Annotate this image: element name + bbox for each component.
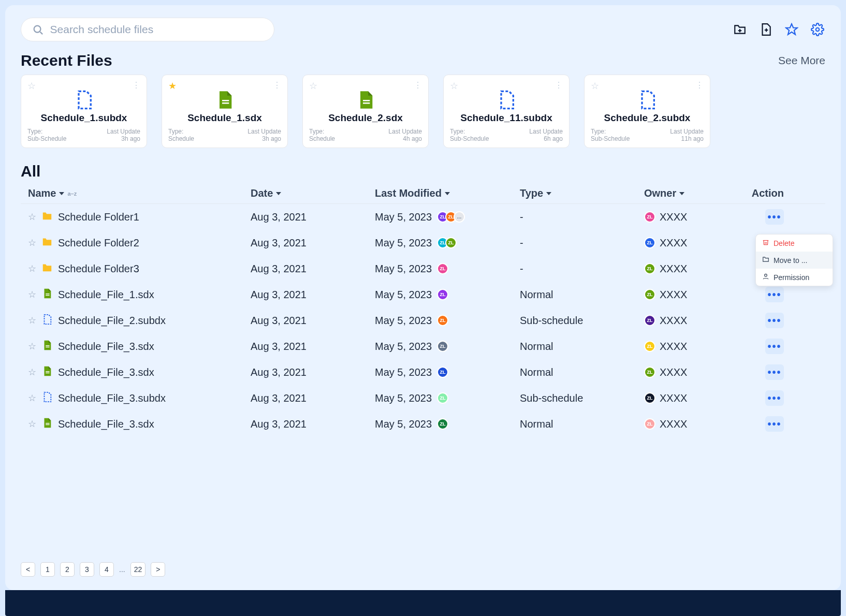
table-row[interactable]: ☆Schedule_File_1.sdxAug 3, 2021May 5, 20…: [21, 282, 825, 307]
file-type: Normal: [520, 341, 644, 353]
card-filename: Schedule_1.subdx: [27, 112, 140, 124]
col-modified[interactable]: Last Modified: [375, 187, 520, 199]
file-name: Schedule_File_3.sdx: [58, 341, 154, 353]
file-date: Aug 3, 2021: [251, 211, 375, 223]
star-icon[interactable]: ☆: [450, 80, 458, 92]
star-icon[interactable]: ☆: [28, 237, 36, 248]
owner-avatar: ZL: [644, 315, 655, 326]
new-file-icon[interactable]: [758, 22, 774, 37]
page-3[interactable]: 3: [80, 562, 94, 577]
file-name: Schedule Folder3: [58, 263, 139, 275]
file-type-icon: [309, 90, 422, 110]
page-prev[interactable]: <: [21, 562, 35, 577]
table-row[interactable]: ☆Schedule_File_3.sdxAug 3, 2021May 5, 20…: [21, 411, 825, 437]
page-2[interactable]: 2: [60, 562, 75, 577]
star-icon[interactable]: ☆: [28, 315, 36, 326]
col-date[interactable]: Date: [251, 187, 375, 199]
table-row[interactable]: ☆Schedule_File_2.subdxAug 3, 2021May 5, …: [21, 307, 825, 333]
star-icon[interactable]: ☆: [309, 80, 317, 92]
file-date: Aug 3, 2021: [251, 263, 375, 275]
kebab-icon[interactable]: ⋮: [695, 80, 704, 90]
settings-icon[interactable]: [810, 22, 825, 37]
owner-name: XXXX: [660, 418, 687, 430]
star-icon[interactable]: ☆: [28, 366, 36, 378]
kebab-icon[interactable]: ⋮: [555, 80, 563, 90]
favorites-icon[interactable]: [784, 22, 799, 37]
app-window: Recent Files See More ☆⋮Schedule_1.subdx…: [5, 5, 841, 590]
star-icon[interactable]: ☆: [28, 263, 36, 274]
row-actions-button[interactable]: •••: [765, 313, 784, 328]
star-icon[interactable]: ★: [168, 80, 177, 92]
trash-icon: [762, 239, 769, 247]
kebab-icon[interactable]: ⋮: [273, 80, 281, 90]
star-icon[interactable]: ☆: [28, 211, 36, 223]
file-type-icon: [27, 90, 140, 110]
context-menu: Delete Move to ... Permission: [755, 234, 833, 286]
search-box[interactable]: [21, 18, 274, 41]
search-input[interactable]: [50, 23, 265, 36]
owner-avatar: ZL: [644, 341, 655, 352]
col-action: Action: [748, 187, 784, 199]
page-4[interactable]: 4: [99, 562, 114, 577]
folder-icon: [41, 236, 53, 250]
table-row[interactable]: ☆Schedule Folder1Aug 3, 2021May 5, 2023Z…: [21, 204, 825, 230]
table-header: Name a–z Date Last Modified Type Owner: [21, 183, 825, 204]
row-actions-button[interactable]: •••: [765, 416, 784, 432]
new-folder-icon[interactable]: [732, 22, 748, 37]
file-modified: May 5, 2023: [375, 315, 432, 327]
svg-rect-8: [222, 100, 229, 101]
recent-cards: ☆⋮Schedule_1.subdxType:Sub-ScheduleLast …: [21, 75, 825, 148]
kebab-icon[interactable]: ⋮: [132, 80, 140, 90]
svg-rect-19: [46, 424, 49, 424]
card-footer: Type:Sub-ScheduleLast Update11h ago: [591, 128, 704, 142]
kebab-icon[interactable]: ⋮: [414, 80, 422, 90]
row-actions-button[interactable]: •••: [765, 339, 784, 354]
permission-icon: [762, 273, 769, 282]
recent-card[interactable]: ☆⋮Schedule_2.sdxType:ScheduleLast Update…: [302, 75, 429, 148]
row-actions-button[interactable]: •••: [765, 390, 784, 406]
star-icon[interactable]: ☆: [28, 289, 36, 300]
col-name[interactable]: Name a–z: [28, 187, 251, 199]
star-icon[interactable]: ☆: [28, 341, 36, 352]
star-icon[interactable]: ☆: [28, 418, 36, 430]
svg-rect-12: [46, 294, 49, 294]
owner-name: XXXX: [660, 392, 687, 404]
page-1[interactable]: 1: [40, 562, 55, 577]
menu-delete[interactable]: Delete: [756, 234, 833, 252]
card-footer: Type:ScheduleLast Update3h ago: [168, 128, 281, 142]
table-row[interactable]: ☆Schedule_File_3.subdxAug 3, 2021May 5, …: [21, 385, 825, 411]
card-filename: Schedule_2.subdx: [591, 112, 704, 124]
recent-card[interactable]: ☆⋮Schedule_11.subdxType:Sub-ScheduleLast…: [443, 75, 570, 148]
sort-caret-icon: [445, 192, 450, 195]
recent-card[interactable]: ☆⋮Schedule_2.subdxType:Sub-ScheduleLast …: [584, 75, 710, 148]
star-icon[interactable]: ☆: [27, 80, 36, 92]
file-date: Aug 3, 2021: [251, 341, 375, 353]
recent-card[interactable]: ☆⋮Schedule_1.subdxType:Sub-ScheduleLast …: [21, 75, 147, 148]
col-type[interactable]: Type: [520, 187, 644, 199]
svg-rect-15: [46, 346, 49, 347]
col-owner[interactable]: Owner: [644, 187, 748, 199]
table-row[interactable]: ☆Schedule Folder3Aug 3, 2021May 5, 2023Z…: [21, 256, 825, 282]
owner-name: XXXX: [660, 315, 687, 327]
card-filename: Schedule_11.subdx: [450, 112, 563, 124]
page-last[interactable]: 22: [130, 562, 146, 577]
menu-permission[interactable]: Permission: [756, 269, 833, 286]
modifier-avatars: ZL: [437, 418, 448, 430]
table-row[interactable]: ☆Schedule_File_3.sdxAug 3, 2021May 5, 20…: [21, 333, 825, 359]
star-icon[interactable]: ☆: [591, 80, 599, 92]
table-row[interactable]: ☆Schedule Folder2Aug 3, 2021May 5, 2023Z…: [21, 230, 825, 256]
file-name: Schedule_File_2.subdx: [58, 315, 166, 327]
owner-name: XXXX: [660, 263, 687, 275]
recent-card[interactable]: ★⋮Schedule_1.sdxType:ScheduleLast Update…: [162, 75, 288, 148]
table-row[interactable]: ☆Schedule_File_3.sdxAug 3, 2021May 5, 20…: [21, 359, 825, 385]
row-actions-button[interactable]: •••: [765, 287, 784, 302]
file-modified: May 5, 2023: [375, 289, 432, 301]
row-actions-button[interactable]: •••: [765, 364, 784, 380]
modifier-avatars: ZL: [437, 341, 448, 352]
page-next[interactable]: >: [151, 562, 165, 577]
menu-move[interactable]: Move to ...: [756, 252, 833, 269]
row-actions-button[interactable]: •••: [765, 209, 784, 225]
pagination: < 1 2 3 4 ... 22 >: [21, 562, 165, 577]
see-more-link[interactable]: See More: [778, 54, 825, 67]
star-icon[interactable]: ☆: [28, 392, 36, 404]
